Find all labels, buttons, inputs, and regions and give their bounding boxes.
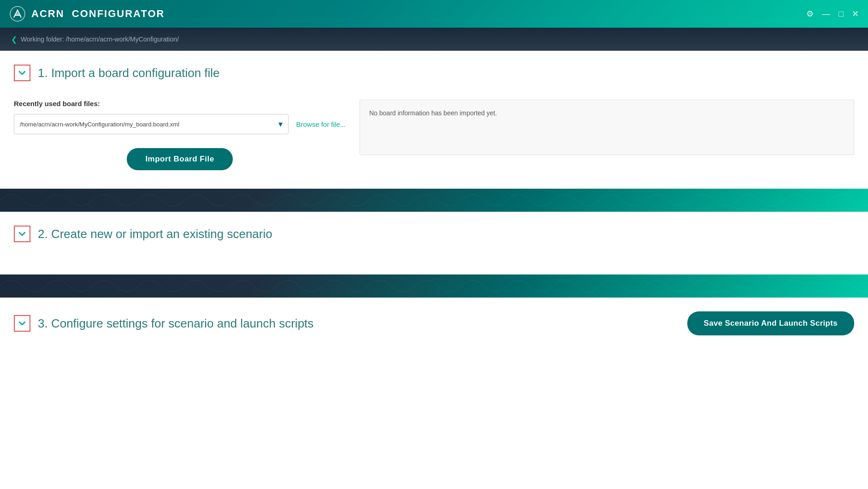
section-1-content: Recently used board files: /home/acrn/ac… bbox=[0, 90, 868, 189]
maximize-icon[interactable]: □ bbox=[838, 9, 844, 19]
window-controls: ⚙ — □ ✕ bbox=[806, 9, 859, 19]
section-3-number: 3. bbox=[38, 316, 48, 330]
app-subtitle-text: CONFIGURATOR bbox=[72, 8, 165, 19]
import-board-file-button[interactable]: Import Board File bbox=[127, 148, 232, 170]
acrn-logo-icon bbox=[9, 6, 26, 22]
section-3-header: 3. Configure settings for scenario and l… bbox=[0, 298, 868, 349]
board-import-panel: Recently used board files: /home/acrn/ac… bbox=[14, 100, 346, 170]
recently-used-label: Recently used board files: bbox=[14, 100, 346, 107]
section-2-header: 2. Create new or import an existing scen… bbox=[0, 212, 868, 251]
section-1-title: 1. Import a board configuration file bbox=[38, 66, 220, 80]
section-1: 1. Import a board configuration file Rec… bbox=[0, 51, 868, 189]
browse-for-file-link[interactable]: Browse for file... bbox=[296, 120, 346, 128]
chevron-down-icon bbox=[18, 69, 26, 77]
section-1-header: 1. Import a board configuration file bbox=[0, 51, 868, 90]
section-2-title-text: Create new or import an existing scenari… bbox=[51, 227, 272, 241]
breadcrumb: Working folder: /home/acrn/acrn-work/MyC… bbox=[21, 36, 179, 43]
section-1-title-text: Import a board configuration file bbox=[51, 66, 220, 80]
breadcrumb-back-arrow[interactable]: ❮ bbox=[11, 35, 17, 44]
settings-icon[interactable]: ⚙ bbox=[806, 9, 814, 19]
section-3: 3. Configure settings for scenario and l… bbox=[0, 298, 868, 349]
close-icon[interactable]: ✕ bbox=[852, 9, 859, 19]
breadcrumb-bar: ❮ Working folder: /home/acrn/acrn-work/M… bbox=[0, 28, 868, 51]
section-divider-2-3 bbox=[0, 274, 868, 298]
file-select-row: /home/acrn/acrn-work/MyConfiguration/my_… bbox=[14, 114, 346, 134]
section-3-collapse-button[interactable] bbox=[14, 315, 30, 332]
app-logo: ACRN CONFIGURATOR bbox=[9, 6, 165, 22]
board-info-box: No board information has been imported y… bbox=[360, 100, 854, 155]
board-file-dropdown[interactable]: /home/acrn/acrn-work/MyConfiguration/my_… bbox=[14, 114, 289, 134]
section-3-title-text: Configure settings for scenario and laun… bbox=[51, 316, 313, 330]
svg-point-1 bbox=[16, 12, 19, 15]
main-content: 1. Import a board configuration file Rec… bbox=[0, 51, 868, 489]
save-scenario-button[interactable]: Save Scenario And Launch Scripts bbox=[687, 311, 855, 335]
section-2-content bbox=[0, 251, 868, 274]
board-file-path: /home/acrn/acrn-work/MyConfiguration/my_… bbox=[20, 121, 179, 128]
chevron-down-icon-2 bbox=[18, 230, 26, 238]
app-title: ACRN CONFIGURATOR bbox=[31, 8, 165, 20]
section-2-collapse-button[interactable] bbox=[14, 226, 30, 242]
titlebar: ACRN CONFIGURATOR ⚙ — □ ✕ bbox=[0, 0, 868, 28]
section-2: 2. Create new or import an existing scen… bbox=[0, 212, 868, 274]
board-info-text: No board information has been imported y… bbox=[369, 109, 497, 117]
section-2-number: 2. bbox=[38, 227, 48, 241]
minimize-icon[interactable]: — bbox=[822, 9, 830, 19]
import-button-wrapper: Import Board File bbox=[14, 148, 346, 170]
section-3-title: 3. Configure settings for scenario and l… bbox=[38, 316, 313, 331]
dropdown-arrow-icon: ▾ bbox=[278, 119, 283, 129]
chevron-down-icon-3 bbox=[18, 319, 26, 328]
section-1-number: 1. bbox=[38, 66, 48, 80]
board-info-panel: No board information has been imported y… bbox=[360, 100, 854, 170]
app-name-text: ACRN bbox=[31, 8, 65, 19]
section-1-collapse-button[interactable] bbox=[14, 65, 30, 81]
section-divider-1-2 bbox=[0, 189, 868, 212]
section-3-header-left: 3. Configure settings for scenario and l… bbox=[14, 315, 313, 332]
section-2-title: 2. Create new or import an existing scen… bbox=[38, 227, 272, 241]
